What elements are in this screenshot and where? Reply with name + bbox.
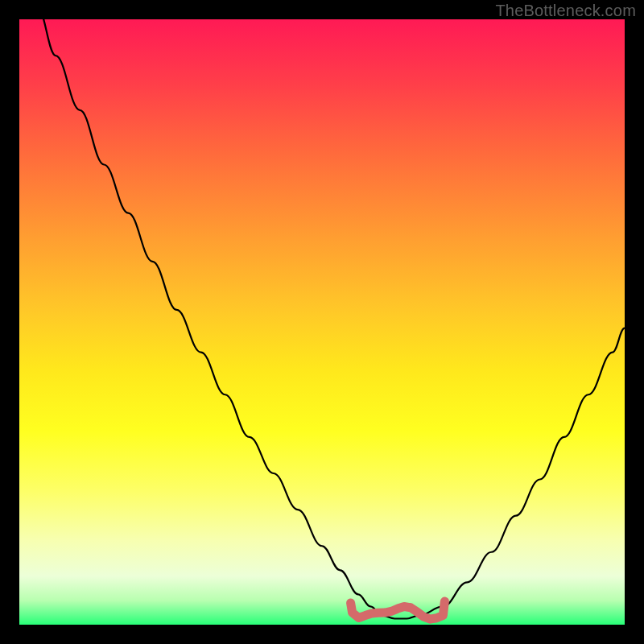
frame-bottom bbox=[0, 625, 644, 644]
plot-area bbox=[19, 19, 625, 625]
bottleneck-curve bbox=[19, 19, 625, 618]
watermark-text: TheBottleneck.com bbox=[495, 2, 636, 20]
frame-left bbox=[0, 0, 19, 644]
frame-right bbox=[625, 0, 644, 644]
curve-svg bbox=[19, 19, 625, 625]
